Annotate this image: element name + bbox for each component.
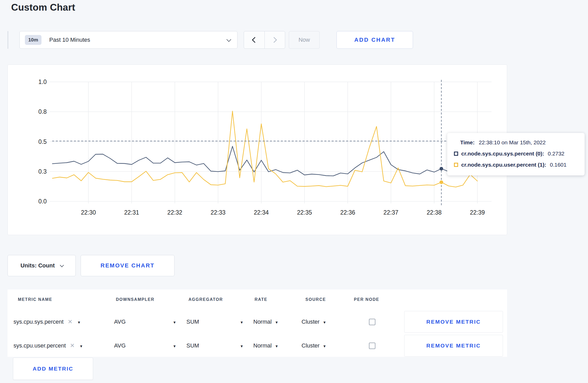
rate-dropdown[interactable]: Normal — [253, 334, 278, 357]
source-dropdown[interactable]: Cluster — [302, 310, 326, 334]
time-range-label: Past 10 Minutes — [49, 37, 90, 43]
aggregator-value: SUM — [186, 342, 199, 349]
x-tick-label: 22:36 — [340, 209, 355, 216]
time-pager — [244, 31, 285, 49]
rate-value: Normal — [253, 318, 272, 325]
tooltip-series-name: cr.node.sys.cpu.user.percent (1): — [461, 162, 546, 168]
metric-name-cell[interactable]: sys.cpu.sys.percent ✕ — [13, 310, 81, 334]
x-tick-label: 22:35 — [297, 209, 312, 216]
metrics-table: METRIC NAME DOWNSAMPLER AGGREGATOR RATE … — [8, 289, 507, 357]
metric-name-cell[interactable]: sys.cpu.user.percent ✕ — [13, 334, 83, 357]
prev-time-button[interactable] — [244, 31, 264, 48]
y-tick-label: 0.5 — [38, 138, 47, 145]
per-node-checkbox[interactable] — [369, 343, 375, 349]
remove-metric-button[interactable]: REMOVE METRIC — [404, 335, 503, 357]
source-value: Cluster — [302, 318, 320, 325]
metric-name-text: sys.cpu.sys.percent — [13, 318, 64, 325]
chevron-right-icon — [271, 37, 277, 43]
units-label: Units: Count — [20, 262, 55, 269]
series-user-legend-swatch-icon — [454, 163, 458, 167]
tooltip-series-value: 0.1601 — [550, 162, 566, 168]
y-tick-label: 0.0 — [38, 198, 47, 205]
add-chart-button[interactable]: ADD CHART — [337, 31, 413, 49]
tooltip-time-value: 22:38:10 on Mar 15th, 2022 — [479, 139, 546, 146]
dropdown-caret-icon — [240, 318, 243, 325]
col-header-source: SOURCE — [305, 297, 326, 302]
tooltip-series-row: cr.node.sys.cpu.user.percent (1): 0.1601 — [454, 162, 585, 168]
x-tick-label: 22:32 — [167, 209, 183, 216]
dropdown-caret-icon — [240, 342, 243, 349]
dropdown-caret-icon — [323, 342, 326, 349]
timeseries-chart[interactable]: 0.00.30.50.81.022:3022:3122:3222:3322:34… — [8, 65, 507, 235]
chevron-left-icon — [252, 37, 258, 43]
chart-card[interactable]: 0.00.30.50.81.022:3022:3122:3222:3322:34… — [8, 65, 507, 235]
col-header-metric-name: METRIC NAME — [18, 297, 52, 302]
x-tick-label: 22:31 — [124, 209, 139, 216]
dropdown-caret-icon — [173, 342, 176, 349]
col-header-rate: RATE — [255, 297, 268, 302]
remove-chart-button[interactable]: REMOVE CHART — [81, 255, 174, 276]
chevron-down-icon — [60, 263, 64, 267]
remove-metric-button[interactable]: REMOVE METRIC — [404, 311, 503, 333]
aggregator-dropdown[interactable]: SUM — [186, 334, 243, 357]
tooltip-series-value: 0.2732 — [548, 151, 564, 157]
x-tick-label: 22:33 — [211, 209, 226, 216]
tooltip-time-label: Time: — [460, 139, 475, 146]
rate-value: Normal — [253, 342, 272, 349]
next-time-button[interactable] — [264, 31, 285, 48]
hover-point-user — [439, 180, 443, 184]
downsampler-value: AVG — [114, 318, 126, 325]
metric-row: sys.cpu.sys.percent ✕ AVG SUM Normal Clu… — [8, 310, 507, 334]
downsampler-value: AVG — [114, 342, 126, 349]
toolbar-divider — [8, 31, 8, 49]
series-line-user — [52, 111, 477, 187]
downsampler-dropdown[interactable]: AVG — [114, 334, 176, 357]
metric-name-text: sys.cpu.user.percent — [13, 342, 66, 349]
page-title: Custom Chart — [11, 2, 75, 13]
y-tick-label: 0.3 — [38, 168, 47, 175]
clear-metric-icon[interactable]: ✕ — [68, 318, 72, 325]
time-range-select[interactable]: 10m Past 10 Minutes — [19, 31, 237, 49]
downsampler-dropdown[interactable]: AVG — [114, 310, 176, 334]
dropdown-caret-icon — [173, 318, 176, 325]
source-value: Cluster — [302, 342, 320, 349]
chart-hover-tooltip: Time: 22:38:10 on Mar 15th, 2022 cr.node… — [447, 133, 585, 175]
aggregator-value: SUM — [186, 318, 199, 325]
series-sys-legend-swatch-icon — [454, 152, 458, 156]
metric-row: sys.cpu.user.percent ✕ AVG SUM Normal Cl… — [8, 334, 507, 357]
rate-dropdown[interactable]: Normal — [253, 310, 278, 334]
col-header-per-node: PER NODE — [354, 297, 379, 302]
tooltip-series-row: cr.node.sys.cpu.sys.percent (0): 0.2732 — [454, 151, 585, 157]
hover-point-sys — [439, 167, 443, 171]
x-tick-label: 22:30 — [81, 209, 96, 216]
tooltip-time-row: Time: 22:38:10 on Mar 15th, 2022 — [460, 139, 585, 146]
dropdown-caret-icon[interactable] — [77, 318, 81, 325]
now-button[interactable]: Now — [289, 31, 320, 49]
x-tick-label: 22:34 — [254, 209, 269, 216]
aggregator-dropdown[interactable]: SUM — [186, 310, 243, 334]
chevron-down-icon — [226, 37, 231, 42]
units-select[interactable]: Units: Count — [8, 255, 76, 276]
y-tick-label: 1.0 — [38, 79, 47, 85]
time-range-badge: 10m — [25, 35, 41, 45]
col-header-aggregator: AGGREGATOR — [188, 297, 223, 302]
dropdown-caret-icon — [323, 318, 326, 325]
source-dropdown[interactable]: Cluster — [302, 334, 326, 357]
dropdown-caret-icon[interactable] — [79, 342, 83, 349]
x-tick-label: 22:38 — [427, 209, 442, 216]
x-tick-label: 22:37 — [383, 209, 398, 216]
add-metric-button[interactable]: ADD METRIC — [13, 358, 93, 380]
per-node-checkbox[interactable] — [369, 319, 375, 325]
dropdown-caret-icon — [275, 318, 278, 325]
clear-metric-icon[interactable]: ✕ — [70, 342, 75, 349]
y-tick-label: 0.8 — [38, 108, 47, 115]
tooltip-series-name: cr.node.sys.cpu.sys.percent (0): — [461, 151, 544, 157]
col-header-downsampler: DOWNSAMPLER — [116, 297, 155, 302]
x-tick-label: 22:39 — [470, 209, 485, 216]
dropdown-caret-icon — [275, 342, 278, 349]
